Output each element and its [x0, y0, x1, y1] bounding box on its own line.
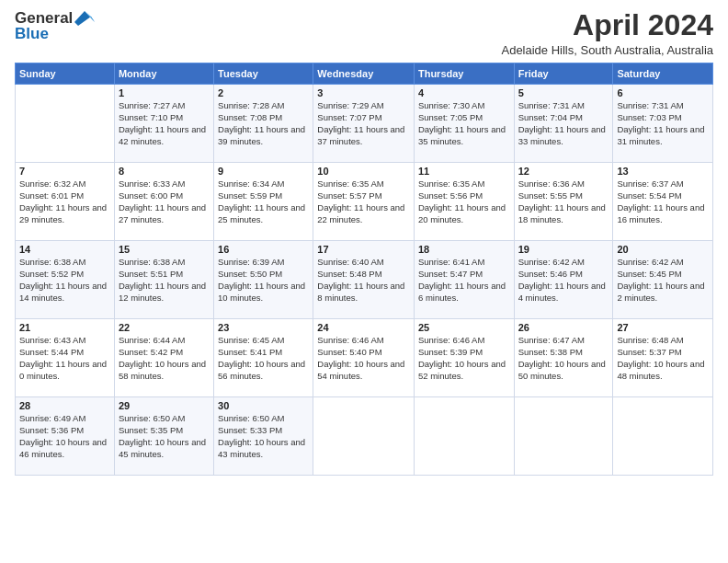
calendar-cell: 1Sunrise: 7:27 AMSunset: 7:10 PMDaylight…: [114, 85, 213, 163]
page: General Blue April 2024 Adelaide Hills, …: [0, 0, 728, 563]
calendar-cell: 24Sunrise: 6:46 AMSunset: 5:40 PMDayligh…: [313, 319, 415, 397]
day-number: 29: [119, 400, 210, 411]
day-number: 2: [218, 87, 309, 98]
calendar-cell: 12Sunrise: 6:36 AMSunset: 5:55 PMDayligh…: [514, 163, 613, 241]
cell-info: Sunrise: 6:41 AMSunset: 5:47 PMDaylight:…: [418, 257, 510, 304]
cell-info: Sunrise: 6:45 AMSunset: 5:41 PMDaylight:…: [218, 335, 309, 382]
cell-info: Sunrise: 6:35 AMSunset: 5:57 PMDaylight:…: [317, 178, 410, 225]
calendar-header-wednesday: Wednesday: [313, 63, 415, 85]
calendar-cell: 30Sunrise: 6:50 AMSunset: 5:33 PMDayligh…: [214, 397, 313, 476]
cell-info: Sunrise: 6:35 AMSunset: 5:56 PMDaylight:…: [418, 178, 510, 225]
cell-info: Sunrise: 6:33 AMSunset: 6:00 PMDaylight:…: [119, 178, 210, 225]
calendar-header-tuesday: Tuesday: [214, 63, 313, 85]
cell-info: Sunrise: 6:43 AMSunset: 5:44 PMDaylight:…: [19, 335, 110, 382]
cell-info: Sunrise: 6:49 AMSunset: 5:36 PMDaylight:…: [19, 413, 110, 460]
day-number: 18: [418, 244, 510, 255]
day-number: 7: [19, 166, 110, 177]
day-number: 27: [617, 322, 709, 333]
calendar-cell: 20Sunrise: 6:42 AMSunset: 5:45 PMDayligh…: [613, 241, 713, 319]
calendar-cell: [613, 397, 713, 476]
calendar-cell: 10Sunrise: 6:35 AMSunset: 5:57 PMDayligh…: [313, 163, 415, 241]
cell-info: Sunrise: 6:34 AMSunset: 5:59 PMDaylight:…: [218, 178, 309, 225]
calendar-cell: 7Sunrise: 6:32 AMSunset: 6:01 PMDaylight…: [16, 163, 115, 241]
cell-info: Sunrise: 6:46 AMSunset: 5:39 PMDaylight:…: [418, 335, 510, 382]
cell-info: Sunrise: 6:42 AMSunset: 5:45 PMDaylight:…: [617, 257, 709, 304]
calendar-week-row: 14Sunrise: 6:38 AMSunset: 5:52 PMDayligh…: [16, 241, 713, 319]
calendar-cell: 25Sunrise: 6:46 AMSunset: 5:39 PMDayligh…: [414, 319, 514, 397]
day-number: 13: [617, 166, 709, 177]
day-number: 12: [518, 166, 609, 177]
cell-info: Sunrise: 7:28 AMSunset: 7:08 PMDaylight:…: [218, 100, 309, 147]
calendar-cell: 16Sunrise: 6:39 AMSunset: 5:50 PMDayligh…: [214, 241, 313, 319]
cell-info: Sunrise: 6:50 AMSunset: 5:33 PMDaylight:…: [218, 413, 309, 460]
cell-info: Sunrise: 6:44 AMSunset: 5:42 PMDaylight:…: [119, 335, 210, 382]
subtitle: Adelaide Hills, South Australia, Austral…: [501, 43, 713, 57]
calendar-cell: 19Sunrise: 6:42 AMSunset: 5:46 PMDayligh…: [514, 241, 613, 319]
day-number: 22: [119, 322, 210, 333]
calendar-cell: 22Sunrise: 6:44 AMSunset: 5:42 PMDayligh…: [114, 319, 213, 397]
calendar-week-row: 7Sunrise: 6:32 AMSunset: 6:01 PMDaylight…: [16, 163, 713, 241]
calendar-header-thursday: Thursday: [414, 63, 514, 85]
cell-info: Sunrise: 6:48 AMSunset: 5:37 PMDaylight:…: [617, 335, 709, 382]
calendar-cell: 2Sunrise: 7:28 AMSunset: 7:08 PMDaylight…: [214, 85, 313, 163]
cell-info: Sunrise: 6:40 AMSunset: 5:48 PMDaylight:…: [317, 257, 410, 304]
cell-info: Sunrise: 6:50 AMSunset: 5:35 PMDaylight:…: [119, 413, 210, 460]
cell-info: Sunrise: 7:30 AMSunset: 7:05 PMDaylight:…: [418, 100, 510, 147]
calendar-cell: 29Sunrise: 6:50 AMSunset: 5:35 PMDayligh…: [114, 397, 213, 476]
calendar-cell: 3Sunrise: 7:29 AMSunset: 7:07 PMDaylight…: [313, 85, 415, 163]
calendar-cell: 26Sunrise: 6:47 AMSunset: 5:38 PMDayligh…: [514, 319, 613, 397]
calendar-cell: 15Sunrise: 6:38 AMSunset: 5:51 PMDayligh…: [114, 241, 213, 319]
calendar-cell: 9Sunrise: 6:34 AMSunset: 5:59 PMDaylight…: [214, 163, 313, 241]
calendar-header-saturday: Saturday: [613, 63, 713, 85]
day-number: 24: [317, 322, 410, 333]
calendar-cell: 6Sunrise: 7:31 AMSunset: 7:03 PMDaylight…: [613, 85, 713, 163]
calendar-cell: [514, 397, 613, 476]
cell-info: Sunrise: 6:39 AMSunset: 5:50 PMDaylight:…: [218, 257, 309, 304]
day-number: 8: [119, 166, 210, 177]
cell-info: Sunrise: 6:42 AMSunset: 5:46 PMDaylight:…: [518, 257, 609, 304]
cell-info: Sunrise: 6:36 AMSunset: 5:55 PMDaylight:…: [518, 178, 609, 225]
day-number: 9: [218, 166, 309, 177]
day-number: 25: [418, 322, 510, 333]
day-number: 20: [617, 244, 709, 255]
cell-info: Sunrise: 6:47 AMSunset: 5:38 PMDaylight:…: [518, 335, 609, 382]
calendar-cell: 11Sunrise: 6:35 AMSunset: 5:56 PMDayligh…: [414, 163, 514, 241]
title-block: April 2024 Adelaide Hills, South Austral…: [501, 9, 713, 57]
calendar-header-row: SundayMondayTuesdayWednesdayThursdayFrid…: [16, 63, 713, 85]
day-number: 14: [19, 244, 110, 255]
calendar-header-friday: Friday: [514, 63, 613, 85]
calendar-cell: 18Sunrise: 6:41 AMSunset: 5:47 PMDayligh…: [414, 241, 514, 319]
calendar-cell: [313, 397, 415, 476]
day-number: 5: [518, 87, 609, 98]
month-title: April 2024: [501, 9, 713, 41]
logo-blue: Blue: [15, 26, 95, 43]
calendar-cell: 13Sunrise: 6:37 AMSunset: 5:54 PMDayligh…: [613, 163, 713, 241]
day-number: 17: [317, 244, 410, 255]
calendar-cell: 27Sunrise: 6:48 AMSunset: 5:37 PMDayligh…: [613, 319, 713, 397]
cell-info: Sunrise: 6:32 AMSunset: 6:01 PMDaylight:…: [19, 178, 110, 225]
calendar-cell: [414, 397, 514, 476]
day-number: 3: [317, 87, 410, 98]
day-number: 4: [418, 87, 510, 98]
cell-info: Sunrise: 7:27 AMSunset: 7:10 PMDaylight:…: [119, 100, 210, 147]
cell-info: Sunrise: 7:29 AMSunset: 7:07 PMDaylight:…: [317, 100, 410, 147]
calendar-header-sunday: Sunday: [16, 63, 115, 85]
calendar-week-row: 21Sunrise: 6:43 AMSunset: 5:44 PMDayligh…: [16, 319, 713, 397]
day-number: 1: [119, 87, 210, 98]
calendar-cell: 21Sunrise: 6:43 AMSunset: 5:44 PMDayligh…: [16, 319, 115, 397]
calendar-week-row: 28Sunrise: 6:49 AMSunset: 5:36 PMDayligh…: [16, 397, 713, 476]
day-number: 23: [218, 322, 309, 333]
header: General Blue April 2024 Adelaide Hills, …: [15, 9, 713, 57]
logo-icon: [74, 9, 95, 28]
cell-info: Sunrise: 6:38 AMSunset: 5:52 PMDaylight:…: [19, 257, 110, 304]
calendar-cell: 23Sunrise: 6:45 AMSunset: 5:41 PMDayligh…: [214, 319, 313, 397]
logo: General Blue: [15, 9, 95, 43]
calendar-cell: [16, 85, 115, 163]
calendar-cell: 17Sunrise: 6:40 AMSunset: 5:48 PMDayligh…: [313, 241, 415, 319]
calendar: SundayMondayTuesdayWednesdayThursdayFrid…: [15, 63, 713, 476]
calendar-cell: 5Sunrise: 7:31 AMSunset: 7:04 PMDaylight…: [514, 85, 613, 163]
cell-info: Sunrise: 7:31 AMSunset: 7:03 PMDaylight:…: [617, 100, 709, 147]
cell-info: Sunrise: 6:37 AMSunset: 5:54 PMDaylight:…: [617, 178, 709, 225]
day-number: 19: [518, 244, 609, 255]
calendar-week-row: 1Sunrise: 7:27 AMSunset: 7:10 PMDaylight…: [16, 85, 713, 163]
